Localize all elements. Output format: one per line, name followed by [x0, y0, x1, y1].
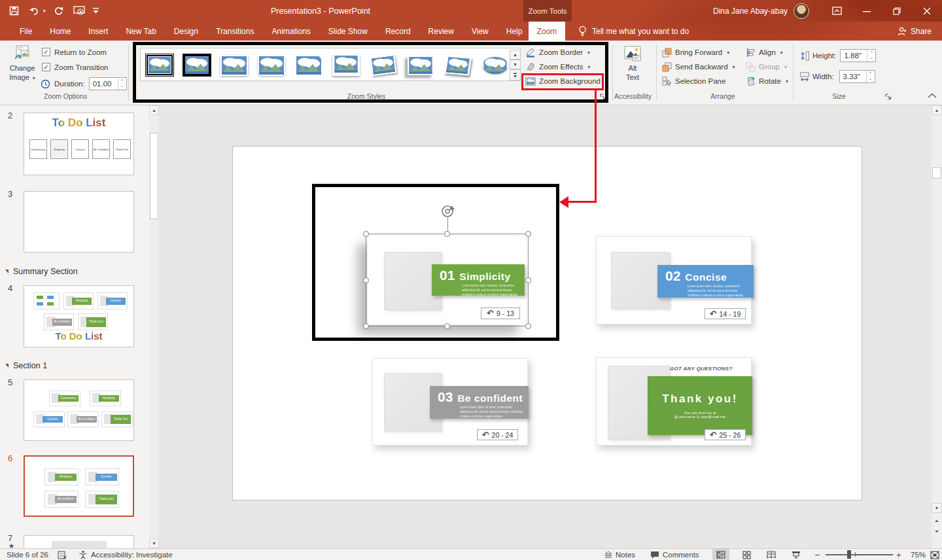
rotate-icon: [746, 77, 756, 86]
panel-scrollbar-thumb[interactable]: [150, 133, 158, 219]
account-area[interactable]: Dina Jane Abay-abay: [713, 0, 809, 22]
previous-slide-icon[interactable]: ⏶: [932, 516, 942, 526]
tab-view[interactable]: View: [463, 22, 497, 41]
questions-heading: GOT ANY QUESTIONS?: [670, 366, 748, 372]
width-label: Width:: [812, 73, 834, 80]
zoom-out-button[interactable]: −: [814, 549, 820, 560]
return-to-zoom-checkbox[interactable]: ✓ Return to Zoom: [42, 48, 107, 56]
send-backward-button[interactable]: Send Backward▾: [662, 60, 735, 74]
zoom-in-button[interactable]: +: [896, 549, 901, 560]
slide-thumbnail-7[interactable]: [24, 535, 134, 548]
annotation-red-arrow-head: [559, 196, 568, 208]
share-button[interactable]: Share: [898, 22, 932, 41]
banner-be-confident: 03Be confident Lorem ipsum dolor sit ame…: [430, 386, 529, 419]
slide-number: 2: [8, 111, 12, 120]
slide-thumbnail-6-selected[interactable]: Simplicity Concise Be confident Thank yo…: [24, 455, 134, 517]
canvas-scroll-down-icon[interactable]: ▼: [932, 503, 942, 513]
undo-dropdown-icon[interactable]: ▾: [43, 9, 46, 14]
panel-scroll-up-icon[interactable]: ▲: [149, 105, 159, 115]
zoom-object-concise[interactable]: 02Concise Lorem ipsum dolor sit amet, co…: [596, 236, 752, 324]
customize-qat-icon[interactable]: [92, 4, 100, 18]
tab-design[interactable]: Design: [166, 22, 207, 41]
zoom-slider-track[interactable]: [826, 554, 893, 555]
undo-icon[interactable]: [27, 4, 41, 18]
tab-review[interactable]: Review: [420, 22, 462, 41]
tab-new-tab[interactable]: New Tab: [117, 22, 164, 41]
slide-indicator[interactable]: Slide 6 of 26: [7, 549, 48, 560]
lightbulb-icon: [578, 26, 587, 37]
canvas-scroll-up-icon[interactable]: ▲: [932, 105, 942, 115]
panel-scroll-down-icon[interactable]: ▼: [149, 538, 159, 548]
tab-slide-show[interactable]: Slide Show: [320, 22, 376, 41]
alt-text-button[interactable]: Alt Text: [618, 44, 648, 82]
notes-button[interactable]: Notes: [604, 549, 635, 560]
slide-thumbnail-5[interactable]: Consistency Simplicity Concise Be Confid…: [24, 379, 134, 441]
tell-me-box[interactable]: Tell me what you want to do: [578, 22, 689, 41]
duration-spinner[interactable]: ⌃⌄: [118, 78, 126, 90]
slide-thumbnail-2[interactable]: To Do List Consistency Simplicity Concis…: [24, 113, 134, 175]
save-icon[interactable]: [7, 4, 21, 18]
canvas-scrollbar[interactable]: ▲ ▼ ⏶ ⏷: [932, 105, 942, 548]
align-button[interactable]: Align▾: [746, 45, 783, 60]
tab-home[interactable]: Home: [41, 22, 79, 41]
start-from-beginning-icon[interactable]: [72, 4, 86, 18]
zoom-slider-thumb[interactable]: [847, 550, 851, 559]
fit-slide-to-window-icon[interactable]: [930, 549, 939, 560]
powerpoint-window: ▾ Presentation3 - PowerPoint Zoom Tools …: [0, 0, 942, 560]
section-header-summary[interactable]: Summary Section: [5, 267, 78, 276]
close-icon[interactable]: [912, 0, 942, 22]
align-icon: [746, 48, 756, 58]
slide-show-view-button[interactable]: [788, 549, 805, 560]
tab-file[interactable]: File: [11, 22, 41, 41]
height-input[interactable]: 1.88" ⌃⌄: [840, 49, 876, 62]
size-dialog-launcher-icon[interactable]: [884, 93, 892, 101]
accessibility-icon: [78, 550, 88, 559]
contextual-tab-header: Zoom Tools: [523, 0, 572, 22]
ribbon-display-options-icon[interactable]: [822, 0, 852, 22]
redo-icon[interactable]: [52, 4, 66, 18]
accessibility-checker[interactable]: Accessibility: Investigate: [78, 549, 173, 560]
width-spinner[interactable]: ⌃⌄: [866, 71, 875, 82]
slide-sorter-view-button[interactable]: [738, 549, 755, 560]
notes-icon: [604, 551, 612, 559]
section-header-1[interactable]: Section 1: [5, 361, 47, 370]
tab-record[interactable]: Record: [377, 22, 419, 41]
tab-transitions[interactable]: Transitions: [207, 22, 262, 41]
canvas-scrollbar-thumb[interactable]: [932, 167, 941, 179]
comments-button[interactable]: Comments: [650, 549, 699, 560]
duration-input[interactable]: 01.00 ⌃⌄: [89, 77, 127, 90]
slide-thumbnail-panel: 2 To Do List Consistency Simplicity Conc…: [0, 105, 149, 548]
slide-number: 5: [8, 377, 12, 387]
spell-check-icon[interactable]: [58, 549, 67, 560]
tab-zoom-active[interactable]: Zoom: [529, 22, 565, 41]
zoom-object-be-confident[interactable]: 03Be confident Lorem ipsum dolor sit ame…: [372, 358, 528, 446]
change-image-button[interactable]: Change Image ▾: [5, 44, 39, 82]
zoom-object-thank-you[interactable]: GOT ANY QUESTIONS? Thank you! You can fi…: [596, 357, 752, 446]
selection-pane-button[interactable]: Selection Pane: [662, 74, 725, 88]
slide-thumbnail-4[interactable]: Simplicity Concise Be confident Thank yo…: [24, 285, 134, 347]
normal-view-button[interactable]: [712, 549, 729, 560]
tab-insert[interactable]: Insert: [80, 22, 116, 41]
tab-help[interactable]: Help: [498, 22, 531, 41]
collapse-ribbon-icon[interactable]: [926, 92, 938, 99]
width-input[interactable]: 3.33" ⌃⌄: [839, 70, 875, 83]
panel-scrollbar[interactable]: ▲ ▼: [149, 105, 159, 548]
group-button[interactable]: Group▾: [746, 60, 787, 74]
reading-view-button[interactable]: [763, 549, 780, 560]
avatar[interactable]: [794, 3, 809, 19]
rotate-button[interactable]: Rotate▾: [746, 74, 788, 88]
slide-thumbnail-3[interactable]: [24, 191, 134, 253]
tab-animations[interactable]: Animations: [263, 22, 319, 41]
zoom-transition-checkbox[interactable]: ✓ Zoom Transition: [42, 63, 108, 71]
checkbox-checked-icon: ✓: [42, 48, 50, 56]
minimize-icon[interactable]: [852, 0, 882, 22]
zoom-level[interactable]: 75%: [911, 549, 926, 560]
bring-forward-button[interactable]: Bring Forward▾: [662, 45, 729, 60]
height-spinner[interactable]: ⌃⌄: [867, 50, 875, 61]
restore-icon[interactable]: [882, 0, 912, 22]
annotation-red-arrow-line: [568, 201, 597, 203]
checkbox-checked-icon: ✓: [42, 63, 50, 71]
share-label: Share: [911, 27, 932, 36]
slide-number: 3: [8, 189, 12, 199]
next-slide-icon[interactable]: ⏷: [932, 527, 942, 536]
